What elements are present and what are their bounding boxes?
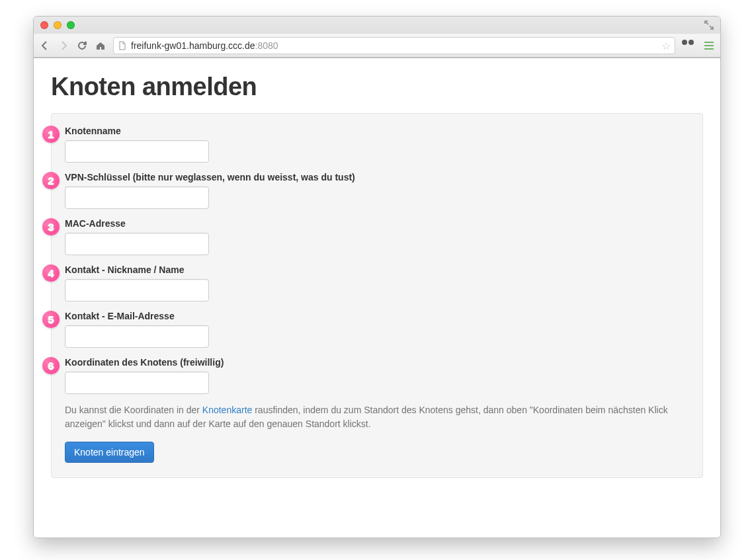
label-contact-email: Kontakt - E-Mail-Adresse bbox=[65, 311, 689, 321]
label-mac: MAC-Adresse bbox=[65, 218, 689, 229]
help-text-pre: Du kannst die Koordinaten in der bbox=[65, 405, 202, 415]
close-window-button[interactable] bbox=[40, 21, 48, 29]
knotenkarte-link[interactable]: Knotenkarte bbox=[202, 405, 253, 415]
url-text: freifunk-gw01.hamburg.ccc.de:8080 bbox=[131, 40, 657, 51]
step-badge-1: 1 bbox=[42, 126, 60, 143]
minimize-window-button[interactable] bbox=[54, 21, 62, 29]
input-contact-name[interactable] bbox=[65, 279, 209, 301]
field-mac: 3 MAC-Adresse bbox=[65, 218, 689, 255]
home-button[interactable] bbox=[95, 40, 106, 52]
browser-chrome: Freifunk Hamburg - fastd × bbox=[34, 17, 720, 58]
step-badge-3: 3 bbox=[42, 218, 60, 235]
page-content: Knoten anmelden 1 Knotenname 2 VPN-Schlü… bbox=[34, 58, 720, 493]
step-badge-5: 5 bbox=[42, 311, 60, 328]
zoom-window-button[interactable] bbox=[67, 21, 75, 29]
label-coordinates: Koordinaten des Knotens (freiwillig) bbox=[65, 357, 689, 368]
extension-icon[interactable] bbox=[682, 40, 696, 52]
input-vpn-key[interactable] bbox=[65, 186, 209, 209]
coordinates-help: Du kannst die Koordinaten in der Knotenk… bbox=[65, 403, 689, 431]
step-badge-6: 6 bbox=[42, 357, 60, 374]
page-icon bbox=[118, 41, 127, 50]
input-knotenname[interactable] bbox=[65, 140, 209, 163]
titlebar: Freifunk Hamburg - fastd × bbox=[34, 17, 720, 34]
page-title: Knoten anmelden bbox=[51, 73, 703, 101]
reload-button[interactable] bbox=[76, 40, 88, 52]
fullscreen-icon[interactable] bbox=[704, 20, 714, 30]
field-vpn-key: 2 VPN-Schlüssel (bitte nur weglassen, we… bbox=[65, 172, 689, 209]
label-contact-name: Kontakt - Nickname / Name bbox=[65, 264, 689, 275]
field-contact-name: 4 Kontakt - Nickname / Name bbox=[65, 264, 689, 301]
bookmark-star-icon[interactable]: ☆ bbox=[661, 40, 671, 52]
window-controls bbox=[34, 21, 75, 29]
input-mac[interactable] bbox=[65, 233, 209, 255]
submit-button[interactable]: Knoten eintragen bbox=[65, 442, 154, 463]
input-contact-email[interactable] bbox=[65, 325, 209, 348]
input-coordinates[interactable] bbox=[65, 372, 209, 394]
address-bar[interactable]: freifunk-gw01.hamburg.ccc.de:8080 ☆ bbox=[113, 37, 675, 54]
field-knotenname: 1 Knotenname bbox=[65, 126, 689, 163]
label-vpn-key: VPN-Schlüssel (bitte nur weglassen, wenn… bbox=[65, 172, 689, 182]
page-viewport: Knoten anmelden 1 Knotenname 2 VPN-Schlü… bbox=[34, 58, 720, 538]
browser-window: Freifunk Hamburg - fastd × bbox=[33, 16, 721, 538]
browser-toolbar: freifunk-gw01.hamburg.ccc.de:8080 ☆ bbox=[34, 34, 720, 58]
register-form: 1 Knotenname 2 VPN-Schlüssel (bitte nur … bbox=[51, 113, 703, 478]
back-button[interactable] bbox=[39, 40, 51, 52]
label-knotenname: Knotenname bbox=[65, 126, 689, 136]
field-contact-email: 5 Kontakt - E-Mail-Adresse bbox=[65, 311, 689, 348]
field-coordinates: 6 Koordinaten des Knotens (freiwillig) bbox=[65, 357, 689, 394]
step-badge-2: 2 bbox=[42, 172, 60, 189]
menu-button[interactable] bbox=[703, 40, 715, 52]
forward-button[interactable] bbox=[58, 40, 69, 52]
step-badge-4: 4 bbox=[42, 264, 60, 282]
